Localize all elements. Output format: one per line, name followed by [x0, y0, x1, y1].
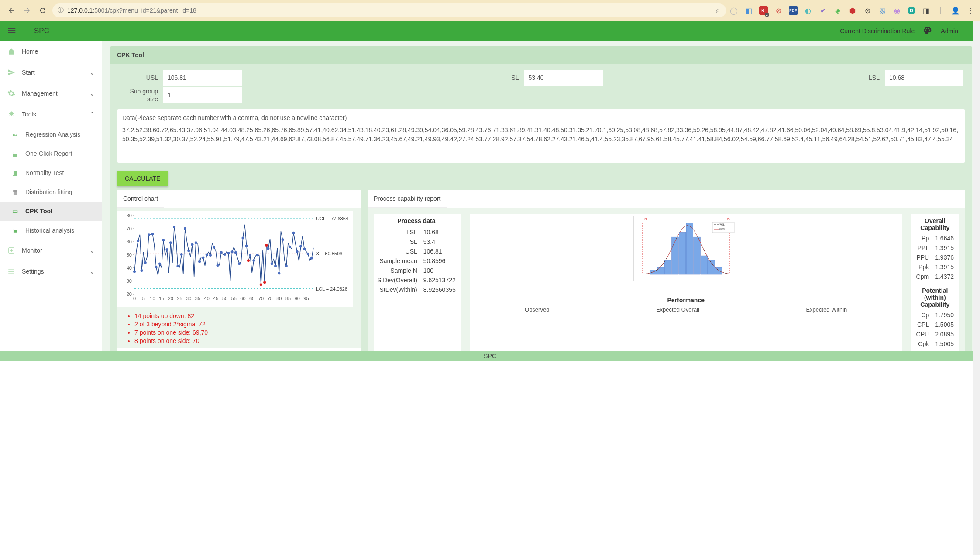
ext-icon-9[interactable]: ▧ [878, 6, 887, 15]
data-textarea[interactable] [122, 126, 960, 156]
control-chart: 2030405060708005101520253035404550556065… [117, 211, 353, 307]
svg-point-48 [158, 263, 161, 265]
svg-point-86 [289, 246, 291, 248]
perf-header-observed: Observed [525, 306, 549, 313]
extension-icons: ◯ ◧ Rf2 ⊘ PDF ◐ ✔ ◈ ⬢ ⊘ ▧ ◉ D ◨ | 👤 ⋮ [729, 6, 975, 15]
capability-report-panel: Process capability report Process data L… [368, 190, 965, 351]
list-icon [7, 267, 16, 276]
ext-icon-abp[interactable]: Rf2 [759, 6, 768, 15]
performance-headers: Observed Expected Overall Expected Withi… [471, 306, 901, 316]
chevron-up-icon: ⌃ [89, 111, 95, 118]
hamburger-icon[interactable] [7, 26, 17, 37]
svg-text:15: 15 [159, 296, 164, 301]
browser-menu-icon[interactable]: ⋮ [966, 6, 975, 15]
current-rule-link[interactable]: Current Discrimination Rule [840, 27, 915, 34]
svg-text:30: 30 [127, 278, 132, 284]
svg-point-47 [155, 266, 158, 269]
sidebar-item-historical[interactable]: ▣ Historical analysis [0, 221, 102, 240]
sidebar-item-label: Management [22, 90, 83, 97]
svg-rect-104 [694, 237, 701, 275]
svg-text:75: 75 [267, 296, 272, 301]
sidebar-item-home[interactable]: Home [0, 41, 102, 62]
svg-text:20: 20 [168, 296, 173, 301]
sidebar-item-tools[interactable]: Tools ⌃ [0, 104, 102, 125]
svg-rect-103 [686, 223, 693, 274]
palette-icon[interactable] [923, 26, 932, 36]
svg-text:30: 30 [186, 296, 191, 301]
svg-text:70: 70 [127, 226, 132, 231]
sidebar-item-report[interactable]: ▤ One-Click Report [0, 144, 102, 163]
user-name[interactable]: Admin [941, 27, 958, 34]
ext-icon-ublock[interactable]: ⬢ [848, 6, 857, 15]
forward-button[interactable] [21, 4, 33, 17]
url-bar[interactable]: ⓘ 127.0.0.1:5001/cpk?menu_id=21&parent_i… [52, 3, 726, 17]
sidebar-item-distribution[interactable]: ▦ Distribution fitting [0, 182, 102, 202]
svg-text:50: 50 [127, 252, 132, 257]
sidebar-item-start[interactable]: Start ⌄ [0, 62, 102, 83]
overall-cap-title: Overall Capability [915, 217, 955, 233]
ext-icon-7[interactable]: ◈ [833, 6, 842, 15]
grid-icon: ▦ [10, 188, 19, 196]
usl-input[interactable] [163, 70, 242, 86]
svg-text:70: 70 [258, 296, 264, 301]
chevron-down-icon: ⌄ [89, 268, 95, 275]
cpk-icon: ▭ [10, 207, 19, 216]
ext-icon-block[interactable]: ⊘ [774, 6, 783, 15]
chevron-down-icon: ⌄ [89, 247, 95, 254]
sidebar-item-label: Monitor [22, 247, 83, 254]
ext-icon-11[interactable]: D [908, 7, 915, 14]
svg-point-54 [180, 253, 183, 256]
sidebar-item-management[interactable]: Management ⌄ [0, 83, 102, 104]
sl-input[interactable] [524, 70, 603, 86]
ext-icon-1[interactable]: ◯ [729, 6, 738, 15]
extensions-icon[interactable]: ◨ [922, 6, 930, 15]
sidebar-item-normality[interactable]: ▥ Normality Test [0, 163, 102, 182]
footer-text: SPC [484, 353, 496, 360]
svg-text:USL: USL [726, 218, 732, 221]
svg-point-42 [137, 240, 139, 242]
ext-icon-6[interactable]: ✔ [818, 6, 827, 15]
profile-icon[interactable]: 👤 [951, 6, 960, 15]
svg-point-76 [256, 254, 259, 257]
ext-icon-8[interactable]: ⊘ [863, 6, 872, 15]
calculate-button[interactable]: CALCULATE [117, 171, 168, 186]
chart-icon: ▥ [10, 168, 19, 177]
control-chart-title: Control chart [117, 190, 164, 208]
svg-point-45 [148, 234, 150, 236]
svg-point-83 [278, 272, 280, 275]
star-icon[interactable]: ☆ [715, 7, 721, 14]
svg-point-72 [245, 245, 248, 247]
svg-rect-106 [708, 260, 715, 274]
svg-text:90: 90 [295, 296, 300, 301]
ext-icon-5[interactable]: ◐ [804, 6, 812, 15]
lsl-input[interactable] [885, 70, 963, 86]
ext-icon-translate[interactable]: ◧ [744, 6, 753, 15]
subgroup-input[interactable] [163, 87, 242, 103]
sidebar-item-settings[interactable]: Settings ⌄ [0, 261, 102, 282]
svg-point-75 [252, 259, 255, 262]
ext-icon-10[interactable]: ◉ [893, 6, 901, 15]
control-chart-panel: Control chart 20304050607080051015202530… [117, 190, 361, 351]
start-icon [7, 68, 16, 77]
svg-point-46 [151, 233, 154, 236]
svg-rect-99 [657, 267, 664, 274]
svg-point-67 [227, 252, 230, 254]
url-path: :5001/cpk?menu_id=21&parent_id=18 [93, 7, 196, 14]
svg-text:组内: 组内 [719, 228, 725, 230]
sidebar-item-cpk[interactable]: ▭ CPK Tool [0, 202, 102, 221]
page-scrollbar[interactable] [973, 21, 980, 361]
data-label: Data(Please separate each number with a … [122, 114, 960, 121]
svg-point-74 [249, 254, 251, 257]
ext-icon-pdf[interactable]: PDF [789, 6, 798, 15]
svg-text:25: 25 [177, 296, 182, 301]
back-button[interactable] [5, 4, 17, 17]
svg-text:55: 55 [231, 296, 237, 301]
sidebar-item-monitor[interactable]: Monitor ⌄ [0, 240, 102, 261]
app-header: SPC Current Discrimination Rule Admin ⋮ [0, 21, 980, 41]
svg-text:95: 95 [303, 296, 309, 301]
user-menu-icon[interactable]: ⋮ [967, 27, 973, 34]
reload-button[interactable] [37, 4, 49, 17]
svg-point-57 [191, 243, 194, 246]
sidebar-item-label: Settings [22, 268, 83, 275]
sidebar-item-regression[interactable]: ∞ Regression Analysis [0, 125, 102, 144]
